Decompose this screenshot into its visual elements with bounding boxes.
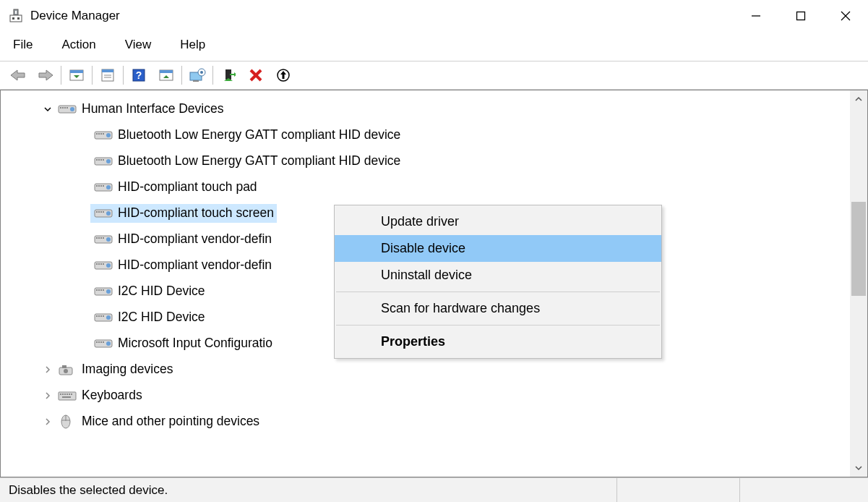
- svg-rect-98: [62, 393, 64, 395]
- scan-button[interactable]: [152, 61, 180, 89]
- enable-button[interactable]: [215, 61, 242, 89]
- hid-device-icon: [93, 258, 113, 273]
- svg-rect-55: [103, 185, 104, 187]
- scrollbar-thumb[interactable]: [851, 202, 866, 296]
- tree-category[interactable]: Mice and other pointing devices: [1, 409, 867, 435]
- svg-rect-85: [103, 315, 104, 317]
- svg-rect-1: [15, 11, 17, 14]
- context-menu-item[interactable]: Uninstall device: [335, 262, 661, 289]
- statusbar-text: Disables the selected device.: [6, 478, 616, 502]
- close-button[interactable]: [823, 0, 868, 32]
- help-button[interactable]: ?: [125, 61, 152, 89]
- svg-rect-52: [96, 185, 98, 187]
- chevron-right-icon[interactable]: [41, 365, 54, 374]
- svg-rect-34: [60, 107, 61, 109]
- context-menu-item[interactable]: Disable device: [335, 235, 661, 262]
- svg-rect-60: [100, 211, 102, 213]
- svg-rect-10: [70, 70, 83, 73]
- context-menu-item[interactable]: Properties: [335, 328, 661, 355]
- menu-action[interactable]: Action: [57, 36, 100, 54]
- context-menu-item[interactable]: Scan for hardware changes: [335, 295, 661, 322]
- statusbar-cell-3: [739, 478, 862, 502]
- chevron-right-icon[interactable]: [41, 417, 54, 426]
- forward-button[interactable]: [32, 61, 59, 89]
- svg-rect-100: [66, 393, 68, 395]
- chevron-down-icon[interactable]: [41, 105, 54, 114]
- svg-rect-43: [103, 133, 104, 135]
- tree-item-label: I2C HID Device: [118, 285, 205, 298]
- svg-point-94: [64, 369, 68, 373]
- svg-rect-99: [64, 393, 66, 395]
- svg-rect-53: [98, 185, 100, 187]
- svg-rect-13: [102, 69, 113, 72]
- svg-point-74: [106, 263, 111, 268]
- scroll-down-icon[interactable]: [850, 459, 867, 477]
- scrollbar-track[interactable]: [850, 108, 867, 459]
- svg-point-38: [70, 107, 74, 111]
- tree-item-label: HID-compliant vendor-defin: [118, 259, 272, 272]
- disable-button[interactable]: [242, 61, 270, 89]
- vertical-scrollbar[interactable]: [850, 90, 867, 477]
- hid-device-icon: [93, 231, 113, 247]
- tree-item[interactable]: Bluetooth Low Energy GATT compliant HID …: [1, 122, 867, 148]
- svg-rect-27: [230, 74, 234, 75]
- tree-item-label: Bluetooth Low Energy GATT compliant HID …: [118, 155, 400, 168]
- svg-marker-28: [234, 72, 236, 77]
- svg-rect-70: [96, 263, 98, 265]
- svg-point-50: [106, 159, 111, 163]
- svg-rect-42: [100, 133, 102, 135]
- svg-rect-22: [193, 80, 199, 82]
- tree-category-label: Keyboards: [82, 389, 142, 402]
- hid-device-icon: [93, 205, 113, 221]
- tree-item[interactable]: HID-compliant touch pad: [1, 174, 867, 200]
- svg-rect-64: [96, 237, 98, 239]
- uninstall-button[interactable]: [270, 61, 297, 89]
- menu-file[interactable]: File: [9, 36, 37, 54]
- menu-view[interactable]: View: [121, 36, 156, 54]
- svg-rect-101: [69, 393, 70, 395]
- context-menu-separator: [336, 325, 660, 326]
- svg-point-86: [106, 315, 111, 320]
- hid-device-icon: [93, 127, 113, 143]
- scroll-up-icon[interactable]: [850, 90, 867, 108]
- tree-item-label: HID-compliant vendor-defin: [118, 233, 272, 246]
- show-hidden-button[interactable]: [63, 61, 90, 89]
- svg-marker-26: [224, 78, 233, 81]
- svg-text:?: ?: [136, 69, 142, 81]
- svg-rect-73: [103, 263, 104, 265]
- svg-rect-46: [96, 159, 98, 161]
- svg-rect-97: [60, 393, 61, 395]
- tree-category[interactable]: Keyboards: [1, 383, 867, 409]
- tree-category-hid-label: Human Interface Devices: [82, 103, 223, 116]
- tree-category-label: Mice and other pointing devices: [82, 415, 259, 428]
- tree-item[interactable]: Bluetooth Low Energy GATT compliant HID …: [1, 148, 867, 174]
- svg-rect-82: [96, 315, 98, 317]
- maximize-button[interactable]: [778, 0, 823, 32]
- svg-rect-89: [98, 341, 100, 343]
- menubar: File Action View Help: [0, 32, 868, 61]
- update-driver-button[interactable]: [184, 61, 211, 89]
- svg-rect-47: [98, 159, 100, 161]
- svg-rect-88: [96, 341, 98, 343]
- svg-rect-72: [100, 263, 102, 265]
- chevron-right-icon[interactable]: [41, 391, 54, 400]
- svg-point-62: [106, 211, 111, 216]
- svg-point-24: [200, 71, 203, 74]
- hid-category-icon: [57, 101, 77, 117]
- svg-rect-19: [160, 70, 173, 73]
- context-menu-item[interactable]: Update driver: [335, 208, 661, 235]
- tree-category-hid[interactable]: Human Interface Devices: [1, 96, 867, 122]
- svg-rect-37: [66, 107, 68, 109]
- svg-rect-40: [96, 133, 98, 135]
- tree-category[interactable]: Imaging devices: [1, 357, 867, 383]
- menu-help[interactable]: Help: [176, 36, 210, 54]
- hid-device-icon: [93, 153, 113, 169]
- properties-button[interactable]: [94, 61, 121, 89]
- tree-item-label: HID-compliant touch pad: [118, 181, 257, 194]
- svg-rect-79: [103, 289, 104, 291]
- svg-rect-6: [797, 12, 805, 20]
- category-icon: [57, 414, 77, 430]
- minimize-button[interactable]: [734, 0, 778, 32]
- svg-rect-78: [100, 289, 102, 291]
- back-button[interactable]: [4, 61, 32, 89]
